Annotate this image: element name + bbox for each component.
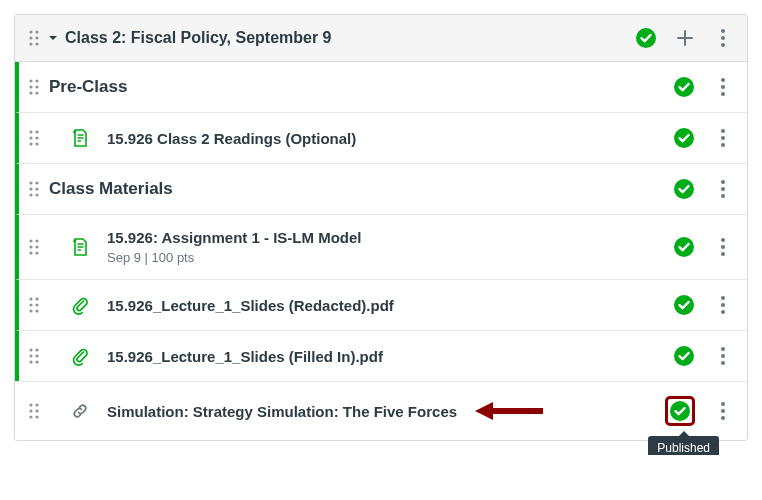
item-title[interactable]: Pre-Class xyxy=(49,77,673,97)
module-item-page: 15.926 Class 2 Readings (Optional) xyxy=(15,112,747,163)
item-actions xyxy=(673,236,739,258)
svg-point-36 xyxy=(674,179,694,199)
svg-point-66 xyxy=(674,346,694,366)
svg-point-73 xyxy=(35,409,38,412)
svg-point-53 xyxy=(35,303,38,306)
svg-point-21 xyxy=(35,130,38,133)
item-subtitle: Sep 9 | 100 pts xyxy=(107,250,673,265)
item-title[interactable]: Simulation: Strategy Simulation: The Fiv… xyxy=(107,403,665,420)
svg-point-65 xyxy=(35,360,38,363)
item-actions xyxy=(673,178,739,200)
module-item-heading: Class Materials xyxy=(15,163,747,214)
svg-point-44 xyxy=(29,251,32,254)
svg-point-42 xyxy=(29,245,32,248)
svg-point-55 xyxy=(35,309,38,312)
svg-point-59 xyxy=(721,310,725,314)
item-title[interactable]: Class Materials xyxy=(49,179,673,199)
svg-point-60 xyxy=(29,348,32,351)
svg-point-27 xyxy=(721,129,725,133)
item-options-button[interactable] xyxy=(713,237,733,257)
published-status-icon[interactable] xyxy=(673,294,695,316)
svg-point-75 xyxy=(35,415,38,418)
svg-point-5 xyxy=(35,42,38,45)
svg-point-3 xyxy=(35,36,38,39)
svg-point-43 xyxy=(35,245,38,248)
drag-handle-icon[interactable] xyxy=(25,79,43,95)
published-status-icon[interactable] xyxy=(635,27,657,49)
drag-handle-icon[interactable] xyxy=(25,297,43,313)
item-title[interactable]: 15.926_Lecture_1_Slides (Filled In).pdf xyxy=(107,348,673,365)
svg-point-74 xyxy=(29,415,32,418)
svg-point-54 xyxy=(29,309,32,312)
module-header: Class 2: Fiscal Policy, September 9 xyxy=(15,15,747,62)
collapse-caret-icon[interactable] xyxy=(43,33,63,43)
published-status-icon[interactable] xyxy=(673,127,695,149)
annotation-highlight-box xyxy=(665,396,695,426)
svg-point-61 xyxy=(35,348,38,351)
item-title[interactable]: 15.926_Lecture_1_Slides (Redacted).pdf xyxy=(107,297,673,314)
svg-point-71 xyxy=(35,403,38,406)
svg-point-35 xyxy=(35,193,38,196)
drag-handle-icon[interactable] xyxy=(25,403,43,419)
svg-point-17 xyxy=(721,78,725,82)
assignment-icon xyxy=(69,236,91,258)
link-icon xyxy=(69,400,91,422)
item-actions xyxy=(673,127,739,149)
item-options-button[interactable] xyxy=(713,295,733,315)
item-options-button[interactable] xyxy=(713,128,733,148)
item-actions xyxy=(673,76,739,98)
published-status-icon[interactable] xyxy=(673,345,695,367)
svg-point-62 xyxy=(29,354,32,357)
svg-point-80 xyxy=(721,416,725,420)
svg-point-0 xyxy=(29,30,32,33)
item-options-button[interactable] xyxy=(713,77,733,97)
item-title[interactable]: 15.926: Assignment 1 - IS-LM Model xyxy=(107,229,673,246)
svg-point-67 xyxy=(721,347,725,351)
item-options-button[interactable] xyxy=(713,401,733,421)
module-options-button[interactable] xyxy=(713,28,733,48)
svg-point-63 xyxy=(35,354,38,357)
item-options-button[interactable] xyxy=(713,346,733,366)
svg-point-23 xyxy=(35,136,38,139)
svg-point-72 xyxy=(29,409,32,412)
svg-point-79 xyxy=(721,409,725,413)
svg-point-24 xyxy=(29,142,32,145)
drag-handle-icon[interactable] xyxy=(25,30,43,46)
svg-point-13 xyxy=(35,85,38,88)
drag-handle-icon[interactable] xyxy=(25,181,43,197)
attachment-icon xyxy=(69,294,91,316)
svg-point-68 xyxy=(721,354,725,358)
module-card: Class 2: Fiscal Policy, September 9 Pre-… xyxy=(14,14,748,441)
svg-point-20 xyxy=(29,130,32,133)
svg-point-58 xyxy=(721,303,725,307)
svg-point-46 xyxy=(674,237,694,257)
svg-point-49 xyxy=(721,252,725,256)
svg-point-51 xyxy=(35,297,38,300)
published-tooltip: Published xyxy=(648,436,719,455)
item-options-button[interactable] xyxy=(713,179,733,199)
item-title[interactable]: 15.926 Class 2 Readings (Optional) xyxy=(107,130,673,147)
add-item-button[interactable] xyxy=(675,28,695,48)
published-status-icon[interactable] xyxy=(673,178,695,200)
drag-handle-icon[interactable] xyxy=(25,348,43,364)
svg-point-78 xyxy=(721,402,725,406)
svg-point-19 xyxy=(721,92,725,96)
svg-point-34 xyxy=(29,193,32,196)
svg-point-57 xyxy=(721,296,725,300)
svg-point-52 xyxy=(29,303,32,306)
module-title[interactable]: Class 2: Fiscal Policy, September 9 xyxy=(63,29,635,47)
attachment-icon xyxy=(69,345,91,367)
svg-point-4 xyxy=(29,42,32,45)
svg-point-2 xyxy=(29,36,32,39)
svg-point-7 xyxy=(721,29,725,33)
module-item-file: 15.926_Lecture_1_Slides (Redacted).pdf xyxy=(15,279,747,330)
published-status-icon[interactable] xyxy=(673,76,695,98)
drag-handle-icon[interactable] xyxy=(25,239,43,255)
published-status-icon[interactable] xyxy=(669,400,691,422)
drag-handle-icon[interactable] xyxy=(25,130,43,146)
svg-point-28 xyxy=(721,136,725,140)
svg-point-69 xyxy=(721,361,725,365)
published-status-icon[interactable] xyxy=(673,236,695,258)
item-actions xyxy=(665,396,739,426)
module-header-actions xyxy=(635,27,739,49)
